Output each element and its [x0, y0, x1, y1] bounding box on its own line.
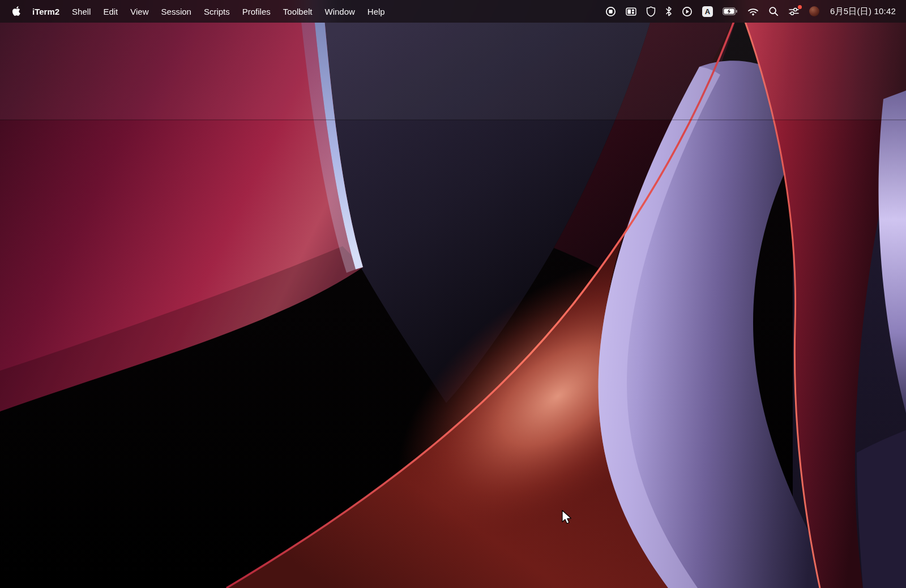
menu-extra-sliders-icon[interactable] — [788, 0, 800, 23]
menu-bar-status-area: A — [605, 0, 906, 23]
apple-icon — [12, 6, 20, 18]
notification-dot — [798, 5, 802, 9]
menu-help[interactable]: Help — [361, 0, 391, 23]
desktop-wallpaper — [0, 0, 906, 588]
bluetooth-icon[interactable] — [665, 0, 672, 23]
menu-scripts[interactable]: Scripts — [198, 0, 236, 23]
input-method-label: A — [702, 6, 713, 17]
input-method-icon[interactable]: A — [702, 0, 713, 23]
menu-profiles[interactable]: Profiles — [236, 0, 277, 23]
battery-charging-icon[interactable] — [723, 0, 738, 23]
menu-bar-clock[interactable]: 6月5日(日) 10:42 — [829, 0, 897, 23]
wifi-icon[interactable] — [747, 0, 759, 23]
window-manager-icon[interactable] — [626, 0, 636, 23]
spotlight-search-icon[interactable] — [768, 0, 779, 23]
app-avatar-icon[interactable] — [809, 0, 819, 23]
menu-edit[interactable]: Edit — [97, 0, 124, 23]
menu-window[interactable]: Window — [319, 0, 361, 23]
shield-icon[interactable] — [646, 0, 656, 23]
menu-shell[interactable]: Shell — [66, 0, 97, 23]
apple-menu[interactable] — [7, 0, 26, 23]
screen-recording-icon[interactable] — [605, 0, 616, 23]
menu-bar-left: iTerm2 Shell Edit View Session Scripts P… — [0, 0, 391, 23]
play-circle-icon[interactable] — [682, 0, 693, 23]
menu-session[interactable]: Session — [155, 0, 198, 23]
menu-view[interactable]: View — [124, 0, 155, 23]
app-menu-iterm2[interactable]: iTerm2 — [26, 0, 66, 23]
menu-bar: iTerm2 Shell Edit View Session Scripts P… — [0, 0, 906, 23]
menu-toolbelt[interactable]: Toolbelt — [277, 0, 319, 23]
